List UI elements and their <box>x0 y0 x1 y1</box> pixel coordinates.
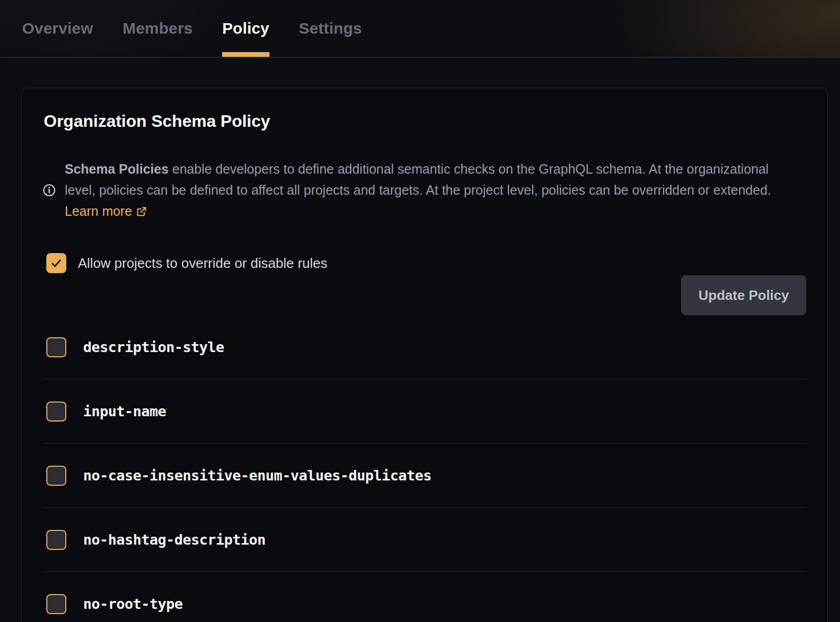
tab-members-label: Members <box>123 19 193 37</box>
tab-settings[interactable]: Settings <box>299 0 362 57</box>
tab-overview-label: Overview <box>22 19 93 37</box>
rule-name: no-root-type <box>83 596 183 612</box>
allow-override-label: Allow projects to override or disable ru… <box>78 255 327 272</box>
rule-row-no-case-insensitive-enum-values-duplicates: no-case-insensitive-enum-values-duplicat… <box>43 444 806 508</box>
tab-settings-label: Settings <box>299 19 362 37</box>
rule-row-no-hashtag-description: no-hashtag-description <box>43 508 806 572</box>
policy-description-body: enable developers to define additional s… <box>65 162 771 197</box>
external-link-icon <box>136 206 147 217</box>
rule-name: description-style <box>83 339 224 355</box>
info-icon <box>43 184 56 197</box>
rule-checkbox-no-case-insensitive-enum-values-duplicates[interactable] <box>46 466 66 486</box>
page-title: Organization Schema Policy <box>44 111 806 132</box>
policy-description-lead: Schema Policies <box>65 162 168 176</box>
rule-name: no-case-insensitive-enum-values-duplicat… <box>83 467 432 484</box>
policy-rules-list: description-style input-name no-case-ins… <box>43 315 806 622</box>
rule-name: no-hashtag-description <box>83 531 266 548</box>
tab-policy-label: Policy <box>222 19 269 37</box>
checkmark-icon <box>51 257 62 269</box>
rule-row-description-style: description-style <box>43 315 806 379</box>
rule-checkbox-no-root-type[interactable] <box>46 594 66 614</box>
tab-members[interactable]: Members <box>123 0 193 57</box>
active-tab-underline <box>222 52 269 57</box>
learn-more-link[interactable]: Learn more <box>65 204 147 218</box>
rule-name: input-name <box>83 403 166 419</box>
update-policy-button[interactable]: Update Policy <box>681 275 806 315</box>
actions-row: Update Policy <box>43 275 806 315</box>
rule-row-input-name: input-name <box>43 379 806 444</box>
rule-checkbox-description-style[interactable] <box>46 337 66 357</box>
allow-override-row: Allow projects to override or disable ru… <box>46 253 806 274</box>
policy-description: Schema Policies enable developers to def… <box>65 158 788 222</box>
schema-policy-card: Organization Schema Policy Schema Polici… <box>21 88 828 622</box>
allow-override-checkbox[interactable] <box>46 253 66 273</box>
tab-bar: Overview Members Policy Settings <box>0 0 840 58</box>
rule-row-no-root-type: no-root-type <box>43 572 806 622</box>
rule-checkbox-no-hashtag-description[interactable] <box>46 530 66 550</box>
tab-overview[interactable]: Overview <box>22 0 93 57</box>
learn-more-label: Learn more <box>65 204 132 218</box>
policy-info-callout: Schema Policies enable developers to def… <box>43 145 806 235</box>
rule-checkbox-input-name[interactable] <box>46 402 66 422</box>
tab-policy[interactable]: Policy <box>222 0 269 57</box>
